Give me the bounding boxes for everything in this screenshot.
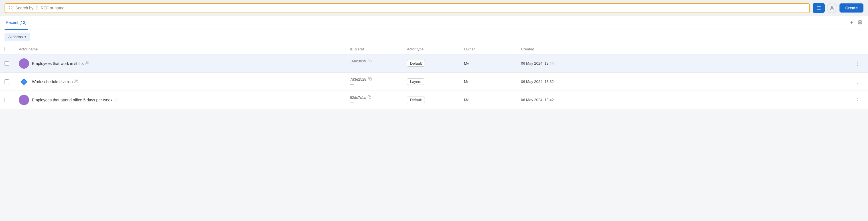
svg-point-13 [115, 98, 116, 99]
svg-point-11 [75, 80, 77, 81]
profile-button[interactable] [827, 3, 837, 13]
table-container: Actor name ID & Ref Actor type Owner Cre… [0, 44, 868, 109]
row1-id-ref: 168c3039 — [350, 59, 407, 68]
row2-copy-icon[interactable] [368, 77, 372, 81]
menu-button[interactable] [813, 3, 825, 13]
select-all-checkbox[interactable] [5, 47, 9, 51]
column-id-ref: ID & Ref [350, 47, 407, 51]
row1-actions: ⋮ [852, 59, 863, 68]
tabs-row: Recent (13) + [0, 16, 868, 30]
tabs-right-actions: + [849, 19, 863, 27]
header-actions: Create [813, 3, 863, 13]
table-row: Employees that work in shifts 168c3039 [0, 54, 868, 73]
row1-id-text: 168c3039 [350, 59, 366, 63]
row2-type-badge: Layers [407, 78, 424, 85]
row3-avatar [19, 95, 29, 105]
settings-button[interactable] [857, 19, 863, 27]
filter-row: All forms ▾ [0, 30, 868, 44]
row3-owner: Me [464, 98, 521, 102]
table-row: Employees that attend office 5 days per … [0, 91, 868, 109]
header-checkbox-col [5, 47, 19, 51]
row3-dash: — [350, 100, 407, 105]
row1-name-text: Employees that work in shifts [32, 61, 84, 66]
row3-type-badge: Default [407, 97, 425, 103]
row2-actor-type: Layers [407, 78, 464, 85]
row1-copy-icon[interactable] [368, 59, 372, 63]
row2-owner: Me [464, 79, 521, 84]
svg-point-6 [860, 22, 861, 23]
column-created: Created [521, 47, 852, 51]
row1-users-icon [85, 61, 89, 66]
create-button[interactable]: Create [839, 3, 863, 12]
svg-point-0 [9, 6, 12, 9]
row2-dash: — [350, 82, 407, 86]
svg-line-1 [12, 8, 12, 9]
svg-rect-8 [369, 60, 371, 62]
row3-id-text: 92dc7c1c [350, 96, 366, 100]
row1-type-badge: Default [407, 60, 425, 67]
row1-dash: — [350, 64, 407, 68]
column-actor-type: Actor type [407, 47, 464, 51]
row2-users-icon [74, 79, 79, 84]
row2-more-button[interactable]: ⋮ [853, 77, 863, 86]
row1-avatar [19, 59, 29, 69]
row3-actions: ⋮ [852, 96, 863, 104]
row2-actions: ⋮ [852, 77, 863, 86]
svg-point-5 [831, 6, 833, 8]
row2-id-ref: 7d3e2528 — [350, 77, 407, 86]
row2-checkbox-col [5, 79, 19, 84]
row3-more-button[interactable]: ⋮ [853, 96, 863, 104]
row3-actor-name: Employees that attend office 5 days per … [19, 95, 350, 105]
chevron-down-icon: ▾ [25, 35, 26, 39]
search-input[interactable] [16, 6, 806, 10]
add-tab-button[interactable]: + [849, 19, 854, 27]
row1-actor-name: Employees that work in shifts [19, 59, 350, 69]
search-input-wrapper [5, 3, 810, 13]
table-header: Actor name ID & Ref Actor type Owner Cre… [0, 44, 868, 54]
row3-copy-icon[interactable] [368, 95, 371, 100]
tab-recent[interactable]: Recent (13) [5, 16, 28, 30]
svg-rect-14 [369, 97, 371, 99]
row2-checkbox[interactable] [5, 79, 9, 84]
table-row: Work schedule division 7d3e2528 [0, 73, 868, 91]
row3-checkbox-col [5, 98, 19, 102]
row3-checkbox[interactable] [5, 98, 9, 102]
search-icon [8, 5, 13, 11]
row2-created: 06 May 2024, 13:32 [521, 79, 852, 84]
row3-users-icon [114, 98, 118, 102]
search-bar: Create [0, 0, 868, 16]
row1-checkbox-col [5, 61, 19, 66]
row2-avatar [19, 77, 29, 87]
row1-checkbox[interactable] [5, 61, 9, 66]
row1-more-button[interactable]: ⋮ [853, 59, 863, 68]
row2-id-text: 7d3e2528 [350, 77, 366, 81]
svg-rect-12 [370, 78, 372, 80]
filter-label: All forms [8, 35, 23, 39]
row3-actor-type: Default [407, 97, 464, 103]
row3-name-text: Employees that attend office 5 days per … [32, 98, 112, 102]
row3-id-ref: 92dc7c1c — [350, 95, 407, 105]
all-forms-filter[interactable]: All forms ▾ [5, 33, 30, 41]
row2-actor-name: Work schedule division [19, 77, 350, 87]
row1-owner: Me [464, 61, 521, 66]
row2-name-text: Work schedule division [32, 79, 73, 84]
column-actor-name: Actor name [19, 47, 350, 51]
column-owner: Owner [464, 47, 521, 51]
row3-created: 06 May 2024, 13:42 [521, 98, 852, 102]
svg-point-7 [86, 62, 88, 63]
row1-created: 06 May 2024, 13:44 [521, 61, 852, 66]
row1-actor-type: Default [407, 60, 464, 67]
